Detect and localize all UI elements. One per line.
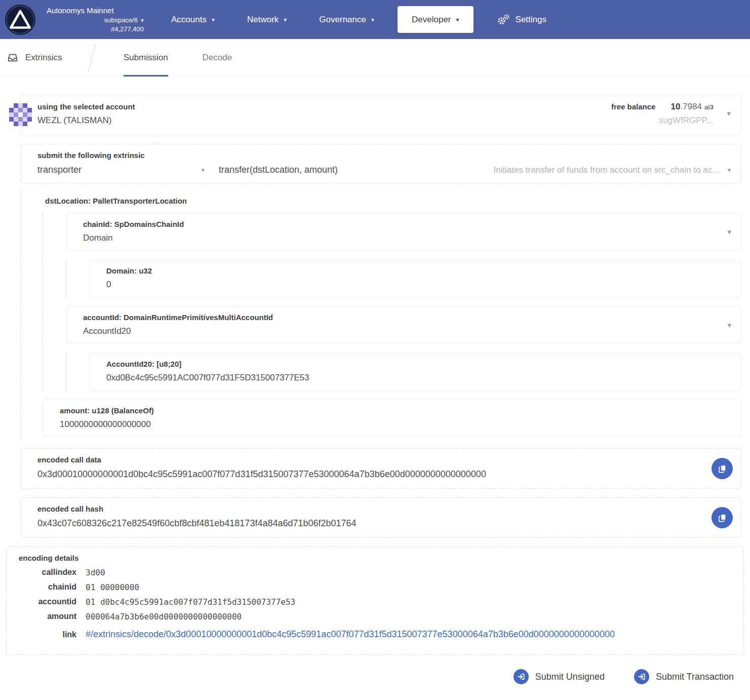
menu-settings-label: Settings (516, 15, 546, 25)
encoding-value: 01 d0bc4c95c5991ac007f077d31f5d315007377… (86, 595, 615, 609)
copy-icon (718, 464, 727, 474)
menu-accounts[interactable]: Accounts ▾ (155, 0, 231, 39)
param-domain-label: Domain: u32 (106, 266, 716, 275)
encoding-details-card: encoding details callindex 3d00 chainid … (6, 547, 744, 655)
param-amount-label: amount: u128 (BalanceOf) (60, 406, 716, 415)
free-balance-value: 10.7984ai3 (670, 102, 714, 112)
menu-settings[interactable]: Settings (481, 0, 563, 39)
encoding-value: 3d00 (86, 565, 615, 580)
encoded-call-data-card: encoded call data 0x3d00010000000001d0bc… (20, 448, 741, 489)
param-account-id20-label: AccountId20: [u8;20] (106, 360, 716, 368)
param-dst-location-label: dstLocation: PalletTransporterLocation (45, 197, 741, 205)
submit-actions: Submit Unsigned Submit Transaction (0, 669, 734, 684)
account-address-short: sugWfRGPP... (611, 115, 714, 126)
menu-network-label: Network (247, 15, 279, 25)
sign-in-icon (514, 669, 529, 684)
copy-call-hash-button[interactable] (712, 507, 733, 528)
chevron-down-icon: ▾ (727, 167, 731, 173)
param-chain-id-label: chainId: SpDomainsChainId (83, 220, 716, 228)
chevron-down-icon[interactable]: ▾ (727, 109, 731, 118)
param-chain-id-select[interactable]: Domain (83, 233, 716, 243)
runtime-selector[interactable]: subspace/6 ▾ (104, 16, 144, 25)
param-account-id20-input[interactable]: 0xd0Bc4c95c5991AC007f077d31F5D315007377E… (106, 373, 716, 383)
method-description-toggle[interactable]: Initiates transfer of funds from account… (493, 165, 731, 175)
menu-accounts-label: Accounts (171, 15, 207, 25)
chevron-down-icon: ▾ (201, 167, 205, 173)
menu-network[interactable]: Network ▾ (231, 0, 303, 39)
param-account-id: accountId: DomainRuntimePrimitivesMultiA… (66, 306, 741, 344)
tab-decode[interactable]: Decode (203, 39, 232, 76)
decode-link[interactable]: #/extrinsics/decode/0x3d00010000000001d0… (86, 629, 615, 639)
copy-call-data-button[interactable] (712, 458, 733, 479)
tab-submission[interactable]: Submission (124, 39, 168, 76)
chevron-down-icon[interactable]: ▾ (727, 227, 731, 237)
encoding-value: 000064a7b3b6e00d0000000000000000 (86, 609, 615, 624)
extrinsics-page: using the selected account WEZL (TALISMA… (0, 77, 750, 684)
method-description: Initiates transfer of funds from account… (493, 165, 719, 175)
encoding-row: callindex 3d00 (19, 565, 615, 580)
autonomys-logo-icon (5, 5, 35, 35)
main-menu: Accounts ▾ Network ▾ Governance ▾ Develo… (155, 0, 563, 39)
encoding-details-label: encoding details (19, 554, 733, 562)
encoding-details-table: callindex 3d00 chainid 01 00000000 accou… (19, 565, 615, 642)
extrinsic-selectors: transporter ▾ transfer(dstLocation, amou… (37, 165, 731, 175)
param-domain-input[interactable]: 0 (106, 280, 716, 290)
pallet-select[interactable]: transporter ▾ (37, 165, 205, 175)
gear-icon (497, 14, 510, 25)
menu-governance[interactable]: Governance ▾ (303, 0, 390, 39)
chevron-down-icon: ▾ (456, 17, 459, 23)
encoding-row: amount 000064a7b3b6e00d0000000000000000 (19, 609, 615, 624)
encoding-row: accountid 01 d0bc4c95c5991ac007f077d31f5… (19, 595, 615, 609)
submit-extrinsic-card: submit the following extrinsic transport… (20, 144, 741, 183)
param-domain: Domain: u32 0 (89, 260, 741, 297)
encoding-value: 01 00000000 (86, 580, 615, 595)
param-amount: amount: u128 (BalanceOf) 100000000000000… (43, 400, 741, 437)
menu-developer-label: Developer (412, 15, 451, 25)
submit-transaction-button[interactable]: Submit Transaction (634, 669, 734, 684)
encoding-key: amount (19, 609, 86, 624)
chain-info: Autonomys Mainnet subspace/6 ▾ #4,277,40… (47, 6, 144, 33)
encoding-key: chainid (19, 580, 86, 595)
encoded-call-data-value: 0x3d00010000000001d0bc4c95c5991ac007f077… (37, 469, 700, 480)
account-selector-card: using the selected account WEZL (TALISMA… (20, 94, 741, 135)
top-navbar: Autonomys Mainnet subspace/6 ▾ #4,277,40… (0, 0, 750, 39)
breadcrumb-slash (88, 44, 96, 71)
chevron-down-icon: ▾ (141, 17, 144, 23)
account-select-label: using the selected account (37, 102, 710, 111)
method-select[interactable]: transfer(dstLocation, amount) (219, 165, 338, 175)
param-chain-id: chainId: SpDomainsChainId Domain ▾ (66, 213, 741, 251)
section-title: Extrinsics (25, 53, 62, 63)
chevron-down-icon: ▾ (284, 17, 287, 23)
section-extrinsics: Extrinsics (7, 39, 87, 76)
encoded-call-hash-value: 0x43c07c608326c217e82549f60cbf8cbf481eb4… (37, 518, 700, 529)
account-identicon[interactable] (9, 103, 32, 126)
submit-transaction-label: Submit Transaction (656, 672, 734, 682)
encoded-call-hash-label: encoded call hash (37, 504, 700, 513)
chevron-down-icon[interactable]: ▾ (727, 321, 731, 330)
submit-unsigned-button[interactable]: Submit Unsigned (514, 669, 605, 684)
inbox-icon (7, 52, 18, 63)
app-logo[interactable] (5, 5, 35, 35)
free-balance-label: free balance (611, 102, 656, 111)
params-location-children: chainId: SpDomainsChainId Domain ▾ Domai… (43, 213, 741, 391)
encoding-link-row: link #/extrinsics/decode/0x3d00010000000… (19, 624, 615, 642)
pallet-select-value: transporter (37, 165, 82, 175)
tab-bar: Extrinsics Submission Decode (0, 39, 750, 77)
menu-governance-label: Governance (319, 15, 366, 25)
block-number[interactable]: #4,277,400 (111, 25, 144, 34)
encoded-call-data-label: encoded call data (37, 455, 700, 464)
account-balance-block: free balance 10.7984ai3 sugWfRGPP... (611, 102, 714, 126)
encoding-row: chainid 01 00000000 (19, 580, 615, 595)
params-dst-location-group: dstLocation: PalletTransporterLocation c… (20, 189, 741, 441)
account-name[interactable]: WEZL (TALISMAN) (37, 115, 710, 126)
encoded-call-hash-card: encoded call hash 0x43c07c608326c217e825… (20, 497, 741, 538)
param-account-id-select[interactable]: AccountId20 (83, 326, 716, 336)
param-amount-input[interactable]: 1000000000000000000 (60, 419, 716, 430)
param-account-id-label: accountId: DomainRuntimePrimitivesMultiA… (83, 313, 716, 322)
submit-extrinsic-label: submit the following extrinsic (37, 151, 731, 160)
param-account-id20: AccountId20: [u8;20] 0xd0Bc4c95c5991AC00… (89, 353, 741, 391)
params-account-id-children: AccountId20: [u8;20] 0xd0Bc4c95c5991AC00… (66, 353, 741, 391)
sign-in-icon (634, 669, 649, 684)
chevron-down-icon: ▾ (371, 17, 374, 23)
menu-developer[interactable]: Developer ▾ (398, 6, 473, 33)
